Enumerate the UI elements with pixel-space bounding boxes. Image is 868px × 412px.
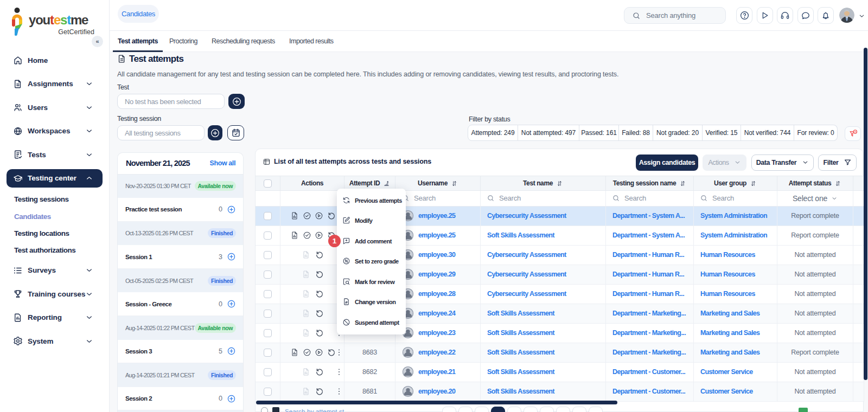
svg-text:youtestme: youtestme: [29, 12, 88, 27]
svg-text:GetCertified: GetCertified: [58, 28, 94, 36]
